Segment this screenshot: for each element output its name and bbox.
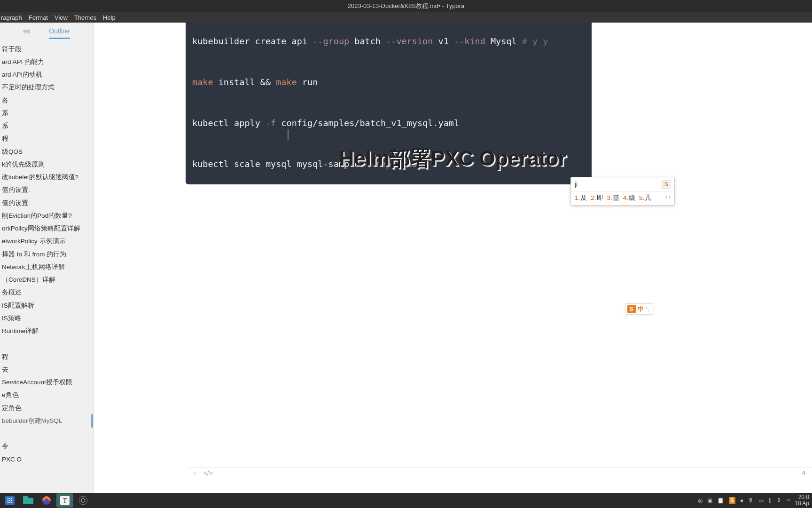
taskbar-obs[interactable] — [75, 493, 92, 508]
code-token: batch — [354, 36, 381, 46]
tray-obs-icon[interactable]: ◎ — [698, 497, 703, 504]
sogou-logo-icon: S — [662, 180, 671, 189]
tab-outline[interactable]: Outline — [49, 27, 70, 39]
svg-point-7 — [8, 502, 9, 503]
code-token: kubebuilder create api — [192, 36, 307, 46]
ime-candidate[interactable]: 1.及 — [575, 194, 587, 202]
ime-lang[interactable]: 中 — [638, 305, 644, 313]
outline-item[interactable]: 令 — [0, 440, 93, 453]
tray-wifi-icon[interactable]: ⌔ — [787, 497, 790, 504]
svg-rect-11 — [23, 496, 28, 498]
code-line: kubectl apply -f config/samples/batch_v1… — [192, 113, 585, 133]
window-title: 2023-03-13-Docker&K8S教程.md• - Typora — [348, 2, 465, 10]
menu-bar: ragraph Format View Themes Help — [0, 12, 812, 23]
taskbar-filemanager[interactable] — [20, 493, 37, 508]
ime-candidate[interactable]: 2.即 — [591, 194, 603, 202]
outline-item[interactable] — [0, 338, 93, 350]
outline-item[interactable]: 值的设置: — [0, 197, 93, 209]
outline-item[interactable]: Network主机网络详解 — [0, 261, 93, 273]
outline-item[interactable]: 改kubelet的默认驱逐阀值? — [0, 171, 93, 184]
outline-item[interactable]: etworkPolicy 示例演示 — [0, 235, 93, 248]
taskbar-typora[interactable]: T — [56, 493, 73, 508]
outline-item[interactable]: 择器 to 和 from 的行为 — [0, 248, 93, 261]
outline-item[interactable]: 务概述 — [0, 286, 93, 299]
tray-bluetooth-icon[interactable]: ᛒ — [768, 497, 772, 504]
clock-date: 18 Ap — [795, 500, 809, 507]
outline-item[interactable]: ServiceAccount授予权限 — [0, 376, 93, 389]
outline-item[interactable]: 符于段 — [0, 43, 93, 56]
back-icon[interactable]: ‹ — [194, 469, 196, 477]
ime-float-indicator[interactable]: S 中 °, — [625, 303, 653, 315]
taskbar-launcher[interactable] — [1, 493, 18, 508]
sogou-logo-icon: S — [627, 305, 636, 313]
ime-nav[interactable]: ‹ › — [665, 194, 671, 202]
outline-item[interactable]: 系 — [0, 107, 93, 119]
code-line: make install && make run — [192, 72, 585, 92]
os-taskbar: T ◎ ▣ 📋 S ● 🎙 ▭ ᛒ 🎙 ⌔ 20:0 18 Ap — [0, 493, 812, 508]
outline-item[interactable]: 定角色 — [0, 402, 93, 414]
menu-format[interactable]: Format — [29, 14, 48, 21]
outline-item[interactable]: orkPolicy网络策略配置详解 — [0, 222, 93, 235]
tray-sogou-icon[interactable]: S — [729, 497, 735, 504]
outline-item[interactable]: 程 — [0, 350, 93, 363]
ime-candidate[interactable]: 5.几 — [639, 194, 651, 202]
ime-input-text[interactable]: ji — [575, 181, 578, 188]
menu-paragraph[interactable]: ragraph — [1, 14, 22, 21]
tray-battery-icon[interactable]: ▭ — [758, 497, 764, 504]
code-comment: # y y — [522, 36, 548, 46]
outline-item[interactable]: 去 — [0, 363, 93, 376]
svg-point-9 — [11, 502, 13, 503]
menu-view[interactable]: View — [55, 14, 68, 21]
heading-h1[interactable]: Helm部署PXC Operator — [94, 145, 812, 173]
tray-mic-icon[interactable]: 🎙 — [748, 497, 754, 504]
tab-files[interactable]: es — [23, 27, 30, 39]
outline-item[interactable]: ard API的动机 — [0, 69, 93, 81]
editor-area[interactable]: kubebuilder create api --group batch --v… — [94, 23, 812, 493]
tray-terminal-icon[interactable]: ▣ — [707, 497, 712, 504]
ime-candidate[interactable]: 3.基 — [607, 194, 619, 202]
outline-item[interactable]: ard API 的能力 — [0, 56, 93, 68]
outline-item[interactable]: k的优先级原则 — [0, 158, 93, 171]
svg-point-13 — [45, 499, 48, 502]
outline-item[interactable]: 不足时的处理方式 — [0, 81, 93, 94]
outline-item[interactable]: bebuilder创建MySQL — [0, 414, 93, 427]
code-blank-line — [192, 92, 585, 112]
menu-help[interactable]: Help — [103, 14, 116, 21]
svg-point-8 — [9, 502, 11, 503]
tray-clipboard-icon[interactable]: 📋 — [717, 497, 724, 504]
ime-prev-icon[interactable]: ‹ — [665, 194, 667, 200]
ime-next-icon[interactable]: › — [669, 194, 671, 200]
code-token: make — [192, 77, 213, 87]
tray-mic2-icon[interactable]: 🎙 — [776, 497, 782, 504]
code-token: kubectl apply — [192, 118, 260, 128]
outline-item[interactable]: 各 — [0, 94, 93, 107]
tray-clock[interactable]: 20:0 18 Ap — [795, 494, 809, 507]
outline-item[interactable]: Runtime详解 — [0, 325, 93, 338]
outline-item[interactable]: 级QOS — [0, 145, 93, 158]
outline-item[interactable]: 削Eviction的Pod的数量? — [0, 209, 93, 222]
outline-item[interactable]: 系 — [0, 120, 93, 133]
code-token: make — [276, 77, 297, 87]
outline-item[interactable]: PXC O — [0, 453, 93, 466]
outline-item[interactable]: （CoreDNS）详解 — [0, 274, 93, 286]
outline-item[interactable]: e角色 — [0, 389, 93, 402]
ime-candidate[interactable]: 4.级 — [623, 194, 635, 202]
outline-item[interactable] — [0, 428, 93, 440]
tray-bulb-icon[interactable]: ● — [740, 497, 743, 504]
menu-themes[interactable]: Themes — [74, 14, 96, 21]
ime-punct[interactable]: °, — [646, 306, 649, 312]
outline-item[interactable]: 值的设置: — [0, 184, 93, 197]
word-count[interactable]: 4 — [802, 469, 805, 476]
taskbar-firefox[interactable] — [38, 493, 55, 508]
code-token: --version — [386, 36, 433, 46]
svg-rect-10 — [23, 498, 33, 504]
outline-item[interactable]: IS配置解析 — [0, 299, 93, 312]
outline-item[interactable]: 程 — [0, 133, 93, 145]
outline-item[interactable]: IS策略 — [0, 312, 93, 325]
code-token: Mysql — [491, 36, 517, 46]
code-token: run — [302, 77, 318, 87]
svg-point-16 — [79, 496, 87, 505]
svg-text:T: T — [63, 497, 67, 504]
svg-point-2 — [9, 498, 11, 500]
source-code-icon[interactable]: </> — [203, 469, 213, 477]
